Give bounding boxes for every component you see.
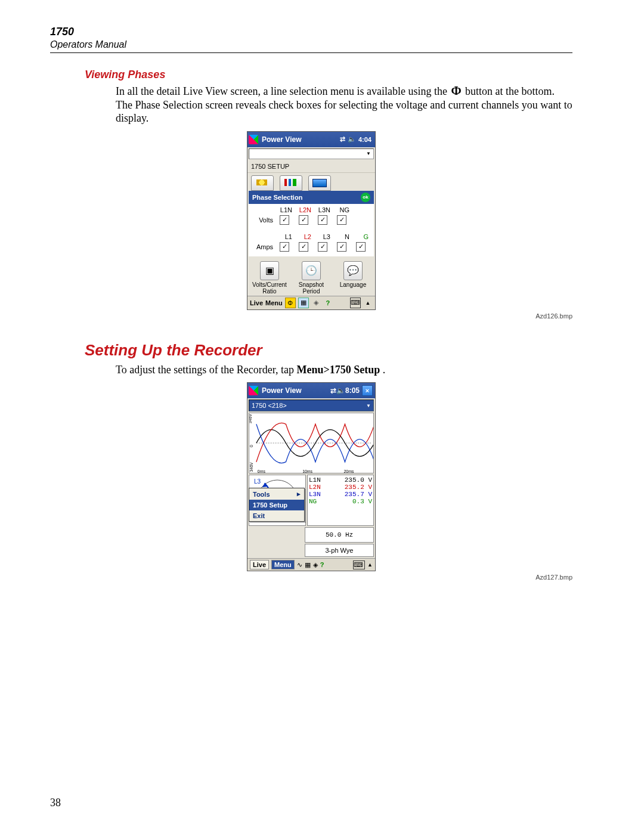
section-setup-title: Setting Up the Recorder bbox=[85, 341, 572, 360]
tab-icon-1[interactable] bbox=[251, 175, 274, 191]
col-NG: NG bbox=[332, 206, 351, 213]
windows-icon bbox=[249, 135, 258, 144]
svg-text:10ms: 10ms bbox=[302, 469, 312, 473]
menubar-menu[interactable]: Menu bbox=[271, 560, 295, 569]
svg-text:20ms: 20ms bbox=[343, 469, 354, 473]
language-label: Language bbox=[340, 281, 367, 288]
snapshot-period-button[interactable]: 🕒Snapshot Period bbox=[292, 261, 330, 295]
address-dropdown[interactable]: 1750 <218> ▼ bbox=[249, 400, 374, 411]
chevron-up-icon[interactable]: ▲ bbox=[367, 562, 373, 568]
setup-para-post: . bbox=[383, 364, 386, 376]
chevron-down-icon: ▼ bbox=[366, 151, 371, 156]
setup-paragraph: To adjust the settings of the Recorder, … bbox=[116, 363, 572, 377]
check-amps-L2[interactable]: ✓ bbox=[299, 242, 308, 252]
tab-icon-3[interactable] bbox=[308, 175, 331, 191]
check-amps-L3[interactable]: ✓ bbox=[318, 242, 327, 252]
keyboard-icon[interactable]: ⌨ bbox=[353, 561, 365, 569]
check-volts-NG[interactable]: ✓ bbox=[337, 215, 346, 225]
diamond-icon[interactable]: ◈ bbox=[311, 298, 321, 308]
sync-icon: ⇄ bbox=[340, 135, 345, 143]
check-amps-L1[interactable]: ✓ bbox=[280, 242, 289, 252]
check-amps-G[interactable]: ✓ bbox=[356, 242, 366, 252]
menu-popup: Tools▸ 1750 Setup Exit bbox=[249, 488, 305, 522]
menu-item-1750-setup[interactable]: 1750 Setup bbox=[249, 500, 304, 510]
clock-text: 8:05 bbox=[345, 386, 360, 395]
svg-text:L3: L3 bbox=[254, 478, 261, 485]
tab-icon-2[interactable] bbox=[280, 175, 302, 191]
menubar-live[interactable]: Live bbox=[250, 299, 263, 306]
page-number: 38 bbox=[50, 797, 61, 809]
wiring-box: 3-ph Wye bbox=[305, 544, 374, 557]
help-icon[interactable]: ? bbox=[320, 561, 324, 568]
check-volts-L1N[interactable]: ✓ bbox=[280, 215, 289, 225]
vc-ratio-button[interactable]: ▣Volts/Current Ratio bbox=[250, 261, 289, 295]
readings-table: L1N235.0 V L2N235.2 V L3N235.7 V NG0.3 V bbox=[307, 475, 374, 526]
clock-text: 4:04 bbox=[358, 136, 371, 143]
figure2-caption: Azd127.bmp bbox=[50, 574, 572, 581]
chevron-up-icon[interactable]: ▲ bbox=[363, 298, 373, 308]
menubar-live[interactable]: Live bbox=[250, 560, 269, 569]
setup-tabs bbox=[247, 173, 375, 191]
language-button[interactable]: 💬Language bbox=[334, 261, 372, 295]
setup-label: 1750 SETUP bbox=[247, 160, 375, 173]
diamond-icon[interactable]: ◈ bbox=[313, 561, 318, 569]
col-N: N bbox=[332, 233, 351, 240]
help-icon[interactable]: ? bbox=[323, 298, 333, 308]
speaker-icon: 🔈 bbox=[348, 135, 356, 143]
row-volts-label: Volts bbox=[251, 216, 275, 224]
col-L1N: L1N bbox=[275, 206, 294, 213]
para-text-pre: In all the detail Live View screen, a li… bbox=[116, 85, 450, 97]
snapshot-period-label: Snapshot Period bbox=[299, 281, 324, 295]
app-title: Power View bbox=[262, 135, 301, 144]
check-volts-L2N[interactable]: ✓ bbox=[299, 215, 308, 225]
col-G: G bbox=[351, 233, 370, 240]
menubar: Live Menu ∿ ▦ ◈ ? ⌨ ▲ bbox=[247, 558, 375, 571]
titlebar: Power View ⇄ 🔈 4:04 bbox=[247, 132, 375, 147]
col-L1: L1 bbox=[275, 233, 294, 240]
screenshot-phase-selection: Power View ⇄ 🔈 4:04 ▼ 1750 SETUP Phase S… bbox=[247, 131, 376, 310]
ok-button[interactable]: ok bbox=[361, 193, 370, 202]
address-text: 1750 <218> bbox=[252, 402, 287, 409]
menu-item-exit[interactable]: Exit bbox=[249, 510, 304, 521]
dropdown-row[interactable]: ▼ bbox=[249, 148, 374, 159]
svg-text:0ms: 0ms bbox=[258, 469, 266, 473]
app-title: Power View bbox=[262, 386, 301, 395]
col-L3N: L3N bbox=[313, 206, 332, 213]
phi-icon: Ф bbox=[450, 83, 462, 98]
sync-icon: ⇄ bbox=[330, 386, 336, 395]
phi-icon[interactable]: Φ bbox=[285, 298, 296, 308]
waveform-chart: 346V 0 346V 0ms 10ms 20ms bbox=[249, 413, 374, 473]
chevron-down-icon: ▼ bbox=[366, 403, 371, 408]
svg-text:0: 0 bbox=[249, 445, 253, 447]
check-amps-N[interactable]: ✓ bbox=[337, 242, 346, 252]
titlebar: Power View ⇄ 🔈 8:05 × bbox=[247, 383, 375, 398]
header-model: 1750 bbox=[50, 26, 572, 38]
bottom-icon-row: ▣Volts/Current Ratio 🕒Snapshot Period 💬L… bbox=[247, 258, 375, 296]
col-L2N: L2N bbox=[294, 206, 313, 213]
header-subtitle: Operators Manual bbox=[50, 39, 572, 50]
frequency-box: 50.0 Hz bbox=[305, 527, 374, 543]
speaker-icon: 🔈 bbox=[336, 386, 345, 395]
menubar: Live Menu Φ ▦ ◈ ? ⌨ ▲ bbox=[247, 296, 375, 309]
figure1-caption: Azd126.bmp bbox=[50, 312, 572, 320]
setup-para-bold: Menu>1750 Setup bbox=[296, 364, 380, 376]
check-volts-L3N[interactable]: ✓ bbox=[318, 215, 327, 225]
phase-selection-title: Phase Selection bbox=[252, 194, 302, 201]
row-amps-label: Amps bbox=[251, 243, 275, 250]
chart-icon[interactable]: ▦ bbox=[298, 298, 309, 308]
col-L3: L3 bbox=[313, 233, 332, 240]
viewing-phases-paragraph: In all the detail Live View screen, a li… bbox=[116, 83, 572, 125]
section-viewing-phases-title: Viewing Phases bbox=[85, 69, 572, 81]
windows-icon bbox=[249, 386, 258, 395]
chart-icon[interactable]: ▦ bbox=[305, 561, 311, 569]
keyboard-icon[interactable]: ⌨ bbox=[350, 298, 361, 308]
menu-item-tools[interactable]: Tools▸ bbox=[249, 488, 304, 500]
wave-icon[interactable]: ∿ bbox=[297, 561, 302, 569]
svg-text:346V: 346V bbox=[249, 414, 252, 424]
menubar-menu[interactable]: Menu bbox=[265, 299, 283, 306]
close-button[interactable]: × bbox=[362, 385, 373, 396]
phase-selection-header: Phase Selection ok bbox=[249, 191, 374, 204]
setup-para-pre: To adjust the settings of the Recorder, … bbox=[116, 364, 296, 376]
svg-text:346V: 346V bbox=[249, 462, 253, 472]
vc-ratio-label: Volts/Current Ratio bbox=[252, 281, 287, 295]
